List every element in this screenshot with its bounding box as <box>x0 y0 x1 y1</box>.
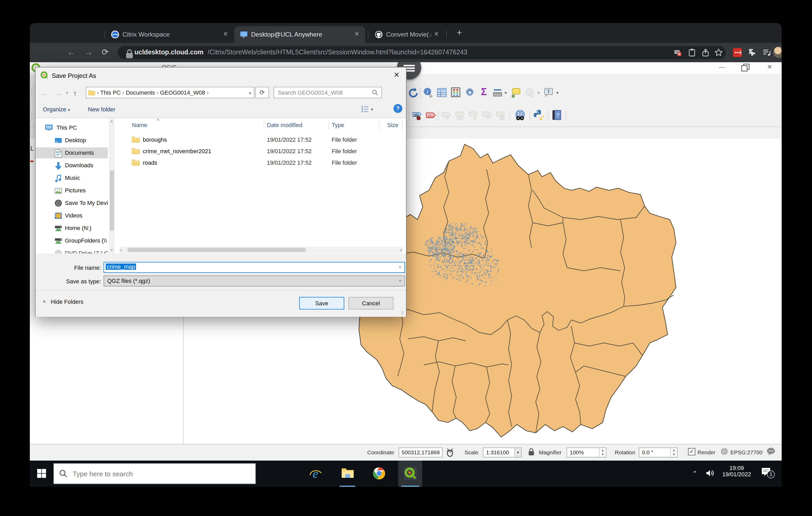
crumb-this-pc[interactable]: This PC <box>100 89 121 96</box>
cancel-button[interactable]: Cancel <box>348 297 394 309</box>
sidebar-item-home-drive[interactable]: Home (N:) <box>36 223 108 234</box>
hide-folders-chevron-icon[interactable]: ˄ <box>43 299 46 304</box>
notification-center-icon[interactable]: 1 <box>761 467 775 480</box>
file-list-hscrollbar[interactable]: ‹ › <box>119 247 403 253</box>
save-as-type-dropdown-icon[interactable]: ˅ <box>399 279 401 283</box>
window-restore-icon[interactable] <box>741 63 750 73</box>
sidebar-item-music[interactable]: Music <box>36 173 108 183</box>
nav-up-icon[interactable]: ↑ <box>73 89 77 97</box>
log-messages-bubble-icon[interactable] <box>766 448 775 456</box>
view-mode-icon[interactable] <box>361 105 369 114</box>
column-separator[interactable] <box>379 120 379 130</box>
sidebar-scrollbar[interactable]: ˄ ˅ <box>109 118 115 253</box>
nav-back-icon[interactable]: ← <box>41 89 48 97</box>
file-name-dropdown-icon[interactable]: ˅ <box>399 265 401 270</box>
scale-dropdown-icon[interactable]: ▼ <box>514 448 521 457</box>
file-row[interactable]: crime_met_november2021 19/01/2022 17:52 … <box>119 146 403 157</box>
help-icon[interactable]: ? <box>551 110 562 120</box>
pin-labels-icon-disabled[interactable] <box>441 110 452 121</box>
lastpass-extension-icon[interactable] <box>733 48 742 57</box>
tab-close-icon[interactable]: ✕ <box>353 30 361 39</box>
taskbar-qgis-icon[interactable] <box>398 461 422 487</box>
extents-mouse-icon[interactable] <box>446 448 454 458</box>
new-tab-button[interactable]: + <box>454 27 465 39</box>
scrollbar-thumb[interactable] <box>128 248 306 252</box>
save-as-type-combo[interactable]: QGZ files (*.qgz) ˅ <box>104 275 405 286</box>
taskbar-chrome-icon[interactable] <box>368 461 390 487</box>
tab-capture-icon[interactable] <box>673 48 682 57</box>
sidebar-item-this-pc[interactable]: This PC <box>36 122 108 133</box>
taskbar-search-input[interactable] <box>72 465 246 483</box>
rule-based-labeling-icon[interactable]: abc <box>425 110 436 121</box>
magnifier-spin-icons[interactable]: ▲▼ <box>599 448 606 457</box>
epsg-status[interactable]: EPSG:27700 <box>730 449 762 455</box>
processing-toolbox-gear-icon[interactable] <box>465 87 475 98</box>
rotation-spin-icons[interactable]: ▲▼ <box>670 448 677 457</box>
column-header-type[interactable]: Type <box>332 122 344 128</box>
tab-close-icon[interactable]: ✕ <box>221 30 230 39</box>
crs-globe-icon[interactable] <box>720 448 728 456</box>
crumb-documents[interactable]: Documents <box>126 89 155 96</box>
attribute-table-icon[interactable] <box>437 87 447 98</box>
python-console-icon[interactable] <box>533 109 545 121</box>
bookmark-star-icon[interactable] <box>714 48 723 57</box>
window-minimize-icon[interactable]: — <box>717 63 727 73</box>
column-header-name[interactable]: Name <box>132 122 147 128</box>
column-separator[interactable] <box>402 120 402 130</box>
sidebar-item-dvd-drive[interactable]: DVD Drive (Z:) C <box>36 248 108 253</box>
reload-icon[interactable]: ⟳ <box>100 47 110 58</box>
resize-grip[interactable]: ⠿ <box>401 311 404 316</box>
refresh-button[interactable]: ⟳ <box>255 87 269 98</box>
dialog-search-box[interactable]: Search GEOG0014_W08 <box>273 87 382 98</box>
new-decoration-icon-disabled[interactable] <box>525 87 535 98</box>
taskbar-chevron-up-icon[interactable]: ⌃ <box>692 470 697 477</box>
annotation-dropdown-icon[interactable]: ▼ <box>556 91 559 95</box>
sidebar-item-documents[interactable]: Documents <box>36 147 108 158</box>
nav-history-chevron-icon[interactable]: ▾ <box>66 90 68 95</box>
column-header-size[interactable]: Size <box>387 122 399 128</box>
nav-forward-icon[interactable]: → <box>54 89 62 97</box>
show-hidden-labels-icon-disabled[interactable] <box>455 110 465 121</box>
rotate-label-icon-disabled[interactable] <box>482 110 492 121</box>
crumb-folder[interactable]: GEOG0014_W08 <box>160 89 205 96</box>
share-icon[interactable] <box>701 48 710 57</box>
sidebar-item-pictures[interactable]: Pictures <box>36 185 108 196</box>
start-button[interactable] <box>30 461 53 487</box>
dialog-close-icon[interactable]: ✕ <box>389 68 404 81</box>
volume-icon[interactable] <box>706 469 715 479</box>
lock-scale-icon[interactable] <box>528 448 535 457</box>
scrollbar-thumb[interactable] <box>110 171 114 231</box>
change-label-icon-disabled[interactable] <box>495 110 506 121</box>
address-bar[interactable]: ucldesktop.cloud.com /Citrix/StoreWeb/cl… <box>118 46 726 59</box>
decoration-dropdown-icon[interactable]: ▼ <box>537 91 541 95</box>
view-mode-dropdown-icon[interactable]: ▾ <box>371 107 373 112</box>
column-header-date-modified[interactable]: Date modified <box>267 122 302 128</box>
sidebar-item-groupfolders-drive[interactable]: GroupFolders (\\ <box>36 235 108 246</box>
scroll-right-icon[interactable]: › <box>400 247 402 253</box>
refresh-map-icon[interactable] <box>408 87 418 98</box>
coordinate-value-box[interactable]: 500312,171869 <box>399 448 443 457</box>
move-label-icon-disabled[interactable] <box>468 110 479 121</box>
magnifier-spinbox[interactable]: 100% ▲▼ <box>567 448 606 457</box>
save-button[interactable]: Save <box>299 297 344 309</box>
window-close-icon[interactable]: ✕ <box>765 63 774 73</box>
back-icon[interactable]: ← <box>66 47 77 58</box>
scale-combo[interactable]: 1:316100 ▼ <box>483 448 522 457</box>
identify-features-icon[interactable]: i <box>423 87 434 98</box>
text-annotation-icon[interactable]: T <box>544 87 554 98</box>
extensions-puzzle-icon[interactable] <box>748 48 757 57</box>
column-separator[interactable] <box>264 120 264 130</box>
new-folder-button[interactable]: New folder <box>88 106 115 113</box>
statistical-summary-icon[interactable] <box>451 87 461 98</box>
column-separator[interactable] <box>328 120 329 130</box>
tab-close-icon[interactable]: ✕ <box>432 30 440 39</box>
tab-citrix-workspace[interactable]: Citrix Workspace ✕ <box>106 26 234 43</box>
render-checkbox[interactable]: ✓ <box>688 448 695 455</box>
address-dropdown-icon[interactable]: ▾ <box>249 91 251 96</box>
taskbar-file-explorer-icon[interactable] <box>337 461 358 487</box>
sidebar-item-save-to-my-device[interactable]: Save To My Devi <box>36 198 108 209</box>
file-name-combo[interactable]: crime_map ˅ <box>104 262 405 273</box>
rotation-spinbox[interactable]: 0.0 ° ▲▼ <box>639 448 677 457</box>
taskbar-search[interactable] <box>53 463 256 484</box>
organize-menu[interactable]: Organize ▾ <box>43 106 70 113</box>
